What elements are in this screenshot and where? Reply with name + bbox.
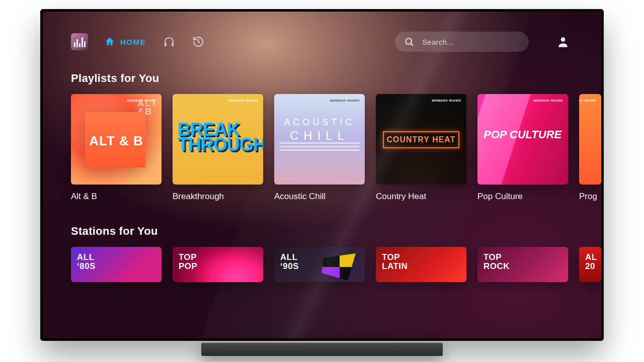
cover-title: ALT & B xyxy=(71,133,162,149)
history-icon xyxy=(192,36,204,48)
station-line: ‘90S xyxy=(280,261,299,271)
user-icon xyxy=(556,35,570,48)
station-card[interactable]: TOPPOP xyxy=(173,247,263,282)
station-line: ALL xyxy=(280,252,298,262)
playlist-artwork: amazon music BREAK THROUGH xyxy=(173,94,263,185)
section-title-playlists: Playlists for You xyxy=(71,72,601,85)
playlist-name: Prog xyxy=(579,192,601,202)
search-input[interactable] xyxy=(421,37,520,47)
station-line: TOP xyxy=(382,252,400,262)
tv-frame: HOME xyxy=(40,9,604,341)
station-line: AL xyxy=(585,252,597,262)
playlist-artwork: amazon music ALT &B ALT & B xyxy=(71,94,162,185)
nav-recent[interactable] xyxy=(192,36,204,48)
nav-home-label: HOME xyxy=(120,38,146,46)
playlist-card-partial[interactable]: amazon music Prog xyxy=(579,94,601,202)
cover-title: BREAK THROUGH xyxy=(178,122,258,152)
brand-badge: amazon music xyxy=(228,98,258,103)
playlist-card[interactable]: amazon music POP CULTURE Pop Culture xyxy=(477,94,568,202)
home-icon xyxy=(104,36,115,47)
playlist-name: Country Heat xyxy=(376,192,466,202)
brand-badge: amazon music xyxy=(330,98,360,103)
cover-line: THROUGH xyxy=(178,134,263,155)
playlist-card[interactable]: amazon music ACOUSTIC CHILL Acoustic Chi… xyxy=(274,94,365,202)
station-card[interactable]: ALL‘80S xyxy=(71,247,162,282)
screen: HOME xyxy=(43,12,601,338)
station-card[interactable]: TOPROCK xyxy=(477,247,568,282)
svg-rect-1 xyxy=(172,43,174,46)
cover-line: ACOUSTIC xyxy=(284,117,355,127)
station-line: 20 xyxy=(585,261,595,271)
station-card-partial[interactable]: AL20 xyxy=(579,247,601,282)
cover-title: ACOUSTIC CHILL xyxy=(274,117,365,143)
playlist-card[interactable]: amazon music BREAK THROUGH Breakthrough xyxy=(173,94,263,202)
station-line: TOP xyxy=(179,252,197,262)
station-card[interactable]: TOPLATIN xyxy=(376,247,466,282)
tv-stand xyxy=(201,343,443,356)
top-bar: HOME xyxy=(71,32,601,52)
primary-nav: HOME xyxy=(104,36,204,48)
playlist-name: Pop Culture xyxy=(477,192,568,202)
svg-point-4 xyxy=(561,37,566,42)
playlist-artwork: amazon music xyxy=(579,94,601,185)
nav-library[interactable] xyxy=(163,36,175,48)
playlist-artwork: amazon music ACOUSTIC CHILL xyxy=(274,94,365,185)
playlist-name: Alt & B xyxy=(71,192,162,202)
station-line: TOP xyxy=(484,252,502,262)
playlists-row: amazon music ALT &B ALT & B Alt & B amaz… xyxy=(71,94,601,202)
station-line: ALL xyxy=(77,252,95,262)
headphones-icon xyxy=(163,36,175,48)
playlist-name: Breakthrough xyxy=(173,192,263,202)
brand-badge: amazon music xyxy=(533,98,563,103)
nav-home[interactable]: HOME xyxy=(104,36,146,47)
cover-line: CHILL xyxy=(274,129,365,143)
playlist-artwork: amazon music POP CULTURE xyxy=(477,94,568,185)
playlist-name: Acoustic Chill xyxy=(274,192,365,202)
search-icon xyxy=(404,37,414,47)
app-logo[interactable] xyxy=(71,33,88,50)
section-title-stations: Stations for You xyxy=(71,225,601,238)
station-line: POP xyxy=(179,261,197,271)
brand-badge: amazon music xyxy=(432,98,461,103)
stations-row: ALL‘80S TOPPOP ALL‘90S TOPLATIN TOPROCK xyxy=(71,247,601,282)
search-field[interactable] xyxy=(395,32,529,52)
cover-title: COUNTRY HEAT xyxy=(383,131,459,148)
playlist-artwork: amazon music COUNTRY HEAT xyxy=(376,94,466,185)
station-line: ‘80S xyxy=(77,261,96,271)
station-card[interactable]: ALL‘90S xyxy=(274,247,365,282)
cover-title: POP CULTURE xyxy=(484,128,564,141)
playlist-card[interactable]: amazon music COUNTRY HEAT Country Heat xyxy=(376,94,466,202)
profile-button[interactable] xyxy=(553,32,573,52)
svg-line-3 xyxy=(411,44,413,46)
station-line: ROCK xyxy=(484,261,510,271)
station-line: LATIN xyxy=(382,261,408,271)
svg-rect-0 xyxy=(165,43,167,46)
playlist-card[interactable]: amazon music ALT &B ALT & B Alt & B xyxy=(71,94,162,202)
brand-badge: amazon music xyxy=(579,98,596,103)
